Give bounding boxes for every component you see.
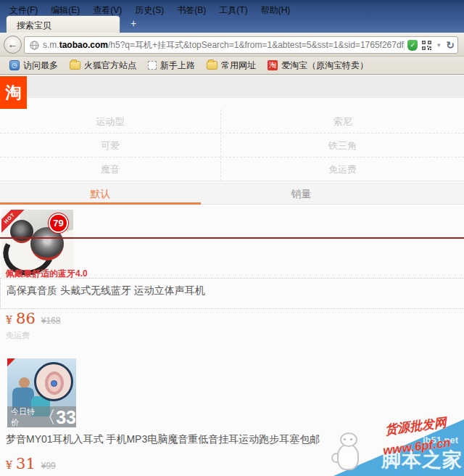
bookmark-label: 新手上路 — [160, 60, 195, 72]
currency-symbol: ¥ — [6, 459, 12, 471]
security-shield-icon[interactable]: ✓ — [407, 40, 418, 51]
url-path: /h5?q=耳机+挂耳式&topSearch=1&from=1&abtest=5… — [108, 40, 404, 50]
currency-symbol: ¥ — [6, 314, 12, 326]
filter-sport[interactable]: 运动型 — [0, 110, 220, 133]
product-image-2[interactable]: 今日特价 〈 33 — [7, 358, 76, 427]
mascot-icon — [331, 432, 360, 470]
product-1-price-row: ¥ 86 ¥168 — [6, 310, 60, 327]
browser-tab[interactable]: 搜索宝贝 — [6, 15, 120, 33]
bookmarks-bar: ◷ 访问最多 火狐官方站点 新手上路 常用网址 淘 爱淘宝（原淘宝特卖） — [0, 57, 464, 74]
globe-icon — [30, 41, 39, 50]
url-bar-icons: ✓ ▼ ↻ — [404, 40, 455, 51]
headset-earcup-left — [10, 220, 33, 243]
browser-titlebar: 文件(F) 编辑(E) 查看(V) 历史(S) 书签(B) 工具(T) 帮助(H… — [0, 0, 464, 33]
runner-man-shape — [19, 377, 30, 388]
product-1-price: ¥ 86 — [6, 310, 36, 327]
folder-icon — [207, 61, 218, 70]
qr-code-icon[interactable] — [422, 41, 431, 50]
today-special-price: 33 — [56, 408, 76, 427]
url-text[interactable]: s.m.taobao.com/h5?q=耳机+挂耳式&topSearch=1&f… — [43, 39, 404, 52]
navigation-toolbar: ← s.m.taobao.com/h5?q=耳机+挂耳式&topSearch=1… — [0, 33, 464, 57]
product-2-price-row: ¥ 31 ¥99 — [6, 455, 56, 472]
bookmark-aitaobao[interactable]: 淘 爱淘宝（原淘宝特卖） — [262, 58, 373, 73]
sort-tab-sales[interactable]: 销量 — [201, 184, 402, 204]
filter-row: 运动型 索尼 — [0, 110, 464, 134]
corner-ribbon — [7, 358, 15, 366]
browser-window: 文件(F) 编辑(E) 查看(V) 历史(S) 书签(B) 工具(T) 帮助(H… — [0, 0, 464, 476]
today-special-overlay: 今日特价 〈 33 — [7, 406, 76, 427]
product-1-title[interactable]: 高保真音质 头戴式无线蓝牙 运动立体声耳机 — [7, 284, 458, 298]
product-1-shipping: 免运费 — [6, 330, 30, 341]
menu-tools[interactable]: 工具(T) — [212, 2, 254, 17]
menu-file[interactable]: 文件(F) — [3, 2, 44, 17]
menu-help[interactable]: 帮助(H) — [254, 2, 297, 17]
menu-bookmarks[interactable]: 书签(B) — [170, 2, 212, 17]
reload-icon[interactable]: ↻ — [446, 41, 455, 50]
sort-tab-bar: 默认 销量 — [0, 183, 464, 205]
url-bar[interactable]: s.m.taobao.com/h5?q=耳机+挂耳式&topSearch=1&f… — [24, 36, 458, 54]
bookmark-label: 爱淘宝（原淘宝特卖） — [281, 60, 368, 72]
filter-sony[interactable]: 索尼 — [220, 110, 464, 133]
red-divider-line — [0, 237, 464, 239]
filter-audiotechnica[interactable]: 铁三角 — [220, 134, 464, 157]
price-value: 31 — [16, 455, 36, 472]
back-button[interactable]: ← — [4, 36, 22, 54]
page-content: 淘 运动型 索尼 可爱 铁三角 魔音 免运费 默认 销量 — [0, 74, 464, 476]
price-badge-79: 79 — [49, 213, 68, 233]
folder-icon — [70, 61, 80, 70]
new-tab-button[interactable]: + — [125, 17, 142, 30]
product-2-price: ¥ 31 — [6, 455, 36, 472]
filter-row: 可爱 铁三角 — [0, 134, 464, 157]
filter-cute[interactable]: 可爱 — [0, 134, 220, 157]
product-1-title-box[interactable]: 高保真音质 头戴式无线蓝牙 运动立体声耳机 — [0, 278, 464, 309]
filter-grid: 运动型 索尼 可爱 铁三角 魔音 免运费 — [0, 110, 464, 181]
bookmark-label: 常用网址 — [221, 60, 256, 72]
bookmark-label: 访问最多 — [23, 60, 58, 72]
menu-bar: 文件(F) 编辑(E) 查看(V) 历史(S) 书签(B) 工具(T) 帮助(H… — [3, 2, 297, 17]
most-visited-icon: ◷ — [9, 60, 20, 70]
filter-free-shipping[interactable]: 免运费 — [220, 157, 464, 181]
url-subdomain: s.m. — [43, 40, 59, 50]
bookmark-most-visited[interactable]: ◷ 访问最多 — [4, 58, 63, 73]
product-1-original-price: ¥168 — [41, 316, 61, 326]
menu-edit[interactable]: 编辑(E) — [44, 2, 86, 17]
menu-history[interactable]: 历史(S) — [128, 2, 170, 17]
site-header-bar — [0, 75, 464, 98]
ear-inset-circle — [34, 362, 73, 401]
bookmark-label: 火狐官方站点 — [84, 60, 136, 72]
sort-tab-default[interactable]: 默认 — [0, 184, 201, 204]
filter-row: 魔音 免运费 — [0, 157, 464, 181]
product-2-original-price: ¥99 — [41, 461, 56, 471]
taobao-logo[interactable]: 淘 — [0, 76, 27, 109]
earbud-shape — [51, 380, 57, 387]
taobao-favicon: 淘 — [268, 60, 278, 70]
price-value: 86 — [16, 310, 36, 327]
bookmark-getting-started[interactable]: 新手上路 — [143, 58, 200, 73]
watermark: jb51.net 脚本之家 货源批发网 www.6pf.cn — [330, 416, 464, 476]
filter-monster[interactable]: 魔音 — [0, 157, 220, 181]
angle-glyph: 〈 — [38, 408, 56, 427]
today-special-label: 今日特价 — [11, 406, 36, 428]
menu-view[interactable]: 查看(V) — [86, 2, 128, 17]
dashed-box-icon — [148, 61, 157, 70]
bookmark-firefox-sites[interactable]: 火狐官方站点 — [65, 58, 141, 73]
product-1-slogan: 佩戴最舒适的蓝牙4.0 — [6, 268, 88, 280]
url-domain: taobao.com — [59, 40, 108, 50]
bookmark-common-sites[interactable]: 常用网址 — [202, 58, 261, 73]
url-dropdown-icon[interactable]: ▼ — [436, 42, 442, 49]
